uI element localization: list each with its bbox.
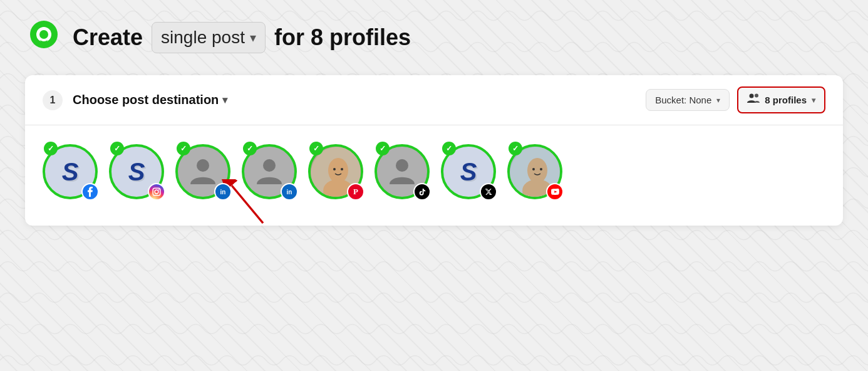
svg-point-15 [396,159,408,172]
profile-item[interactable]: ✓ in [175,144,232,201]
svg-line-22 [232,186,263,223]
profile-item[interactable]: ✓ [507,144,564,201]
check-badge: ✓ [442,142,456,155]
svg-point-8 [197,159,209,172]
post-type-label: single post [161,28,245,48]
social-badge-twitter [480,183,497,201]
check-badge: ✓ [177,142,190,155]
check-badge: ✓ [243,142,257,155]
people-icon [747,93,760,107]
social-badge-youtube [546,183,564,201]
for-profiles-label: for 8 profiles [274,24,411,51]
profiles-chevron: ▾ [812,96,815,105]
page-header: Create single post ▾ for 8 profiles [25,19,843,56]
profile-item[interactable]: ✓ S [43,144,99,201]
check-badge: ✓ [376,142,390,155]
profiles-area: ✓ S ✓ S ✓ [25,125,843,226]
svg-point-3 [750,94,754,98]
app-logo [25,19,63,56]
check-badge: ✓ [44,142,58,155]
profile-item[interactable]: ✓ S [109,144,165,201]
svg-point-19 [532,168,535,170]
social-badge-pinterest: P [347,183,364,201]
profiles-dropdown[interactable]: 8 profiles ▾ [737,86,825,113]
main-card: 1 Choose post destination ▾ Bucket: None… [25,75,843,226]
check-badge: ✓ [309,142,323,155]
profile-item[interactable]: ✓ P [308,144,364,201]
svg-point-20 [540,168,542,170]
post-type-chevron: ▾ [250,30,256,45]
profiles-count-label: 8 profiles [765,95,807,105]
bucket-chevron: ▾ [716,96,720,105]
social-badge-facebook [81,183,99,201]
card-header: 1 Choose post destination ▾ Bucket: None… [25,75,843,125]
header-controls: Bucket: None ▾ 8 profiles ▾ [646,86,825,113]
social-badge-linkedin: in [214,183,232,201]
social-badge-instagram [148,183,165,201]
check-badge: ✓ [110,142,124,155]
step-title-chevron: ▾ [222,94,227,106]
header-title-area: Create single post ▾ for 8 profiles [73,22,411,53]
svg-point-14 [341,168,343,170]
svg-point-9 [263,159,276,172]
bucket-dropdown[interactable]: Bucket: None ▾ [646,89,730,111]
profile-item[interactable]: ✓ [375,144,431,201]
step-title: Choose post destination ▾ [73,93,636,107]
social-badge-linkedin: in [281,183,298,201]
bucket-label: Bucket: None [655,95,711,105]
social-badge-tiktok [413,183,431,201]
step-number: 1 [43,90,63,110]
profile-item[interactable]: ✓ S [441,144,497,201]
check-badge: ✓ [509,142,522,155]
svg-point-7 [158,189,160,191]
svg-point-13 [333,168,336,170]
post-type-dropdown[interactable]: single post ▾ [152,22,266,53]
svg-point-4 [755,94,758,98]
svg-point-2 [39,30,48,39]
svg-point-6 [155,190,158,194]
create-label: Create [73,24,143,51]
